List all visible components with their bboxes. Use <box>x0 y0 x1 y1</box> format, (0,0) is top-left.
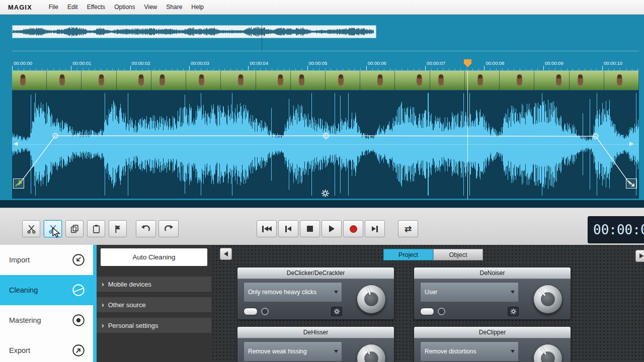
scroll-right-arrow[interactable]: ▶ <box>629 140 633 147</box>
cleaning-circle-icon <box>71 283 86 298</box>
sidebar-item-import[interactable]: Import <box>0 245 93 275</box>
cut-button[interactable] <box>22 220 40 237</box>
effect-body: Only remove heavy clicks <box>237 279 394 319</box>
video-thumbnail-strip[interactable] <box>12 70 639 90</box>
sidebar-item-mastering[interactable]: Mastering <box>0 305 93 335</box>
video-thumbnail[interactable] <box>151 71 186 90</box>
sidebar-item-export[interactable]: Export <box>0 335 93 362</box>
tab-object[interactable]: Object <box>433 249 483 260</box>
video-thumbnail[interactable] <box>360 71 395 90</box>
overview-waveform[interactable] <box>13 26 376 38</box>
tick-minor <box>395 68 396 70</box>
horizontal-scrollbar[interactable]: ◀ ▶ <box>0 200 644 208</box>
loop-button[interactable]: ⇄ <box>398 220 418 237</box>
effects-page-left-button[interactable] <box>220 248 232 260</box>
playhead-marker[interactable] <box>464 59 471 67</box>
settings-gear-button[interactable] <box>331 307 342 316</box>
paste-button[interactable] <box>87 220 105 237</box>
group-mobile-devices[interactable]: ›Mobile devices <box>97 277 211 292</box>
video-thumbnail[interactable] <box>465 71 500 90</box>
video-thumbnail[interactable] <box>291 71 326 90</box>
prev-button[interactable] <box>278 220 298 237</box>
tick-minor <box>313 68 313 70</box>
tick-minor <box>372 68 373 70</box>
effects-page-right-button[interactable] <box>635 250 644 262</box>
stop-button[interactable] <box>300 220 320 237</box>
fade-in-handle[interactable] <box>13 178 24 189</box>
person-figure <box>159 74 165 85</box>
menu-item-share[interactable]: Share <box>162 4 187 11</box>
menu-item-options[interactable]: Options <box>110 4 139 11</box>
video-thumbnail[interactable] <box>82 71 116 90</box>
settings-gear-button[interactable] <box>508 307 519 316</box>
video-thumbnail[interactable] <box>570 71 604 90</box>
group-other-source[interactable]: ›Other source <box>97 297 211 312</box>
tick-minor <box>189 68 190 70</box>
video-thumbnail[interactable] <box>395 71 430 90</box>
marker-button[interactable] <box>109 220 127 237</box>
skip-start-button[interactable] <box>257 220 277 237</box>
person-figure <box>377 74 383 85</box>
menu-item-help[interactable]: Help <box>187 4 208 11</box>
envelope-point[interactable] <box>593 134 598 139</box>
video-thumbnail[interactable] <box>47 71 82 90</box>
cleaning-panel: Auto Cleaning ›Mobile devices›Other sour… <box>97 245 211 362</box>
object-settings-gear-icon[interactable] <box>321 189 330 198</box>
sidebar-item-cleaning[interactable]: Cleaning <box>0 275 93 305</box>
effect-knob[interactable] <box>357 285 386 314</box>
tab-project[interactable]: Project <box>383 249 433 260</box>
overview-playhead-line <box>262 25 262 51</box>
preset-dropdown[interactable]: Only remove heavy clicks <box>244 282 342 302</box>
paste-icon <box>92 224 101 234</box>
skip-start-icon <box>262 226 264 232</box>
tick-minor <box>531 68 532 70</box>
effect-knob[interactable] <box>533 285 562 314</box>
tick-minor <box>201 68 201 70</box>
effect-knob[interactable] <box>533 344 562 362</box>
auto-cleaning-button[interactable]: Auto Cleaning <box>101 248 207 266</box>
video-thumbnail[interactable] <box>326 71 360 90</box>
tick-minor <box>401 68 402 70</box>
video-thumbnail[interactable] <box>117 71 151 90</box>
effect-knob[interactable] <box>357 344 386 362</box>
tick-minor <box>526 68 526 70</box>
power-toggle[interactable] <box>244 308 269 315</box>
envelope-point[interactable] <box>53 133 58 138</box>
volume-envelope[interactable] <box>12 90 639 199</box>
menu-item-view[interactable]: View <box>139 4 162 11</box>
tick-minor <box>224 68 225 70</box>
video-thumbnail[interactable] <box>221 71 256 90</box>
power-toggle[interactable] <box>420 308 445 315</box>
record-button[interactable] <box>343 220 363 237</box>
redo-button[interactable] <box>158 220 179 237</box>
video-thumbnail[interactable] <box>604 71 639 90</box>
tick-minor <box>366 68 367 70</box>
video-thumbnail[interactable] <box>500 71 534 90</box>
video-thumbnail[interactable] <box>430 71 465 90</box>
video-thumbnail[interactable] <box>12 71 47 90</box>
menu-item-file[interactable]: File <box>44 4 63 11</box>
menu-item-edit[interactable]: Edit <box>63 4 83 11</box>
fade-out-handle[interactable] <box>626 178 637 189</box>
play-button[interactable] <box>321 220 342 237</box>
preset-dropdown[interactable]: Remove distortions <box>420 341 519 361</box>
skip-end-button[interactable] <box>365 220 385 237</box>
effect-body: User <box>414 279 571 319</box>
copy-icon <box>70 224 79 234</box>
group-personal-settings[interactable]: ›Personal settings <box>97 318 211 333</box>
copy-button[interactable] <box>65 220 84 237</box>
tick-minor <box>148 68 148 70</box>
scroll-left-arrow[interactable]: ◀ <box>14 140 18 147</box>
preset-dropdown[interactable]: User <box>420 282 519 302</box>
undo-button[interactable] <box>136 220 156 237</box>
video-thumbnail[interactable] <box>186 71 221 90</box>
person-figure <box>238 74 244 85</box>
preset-dropdown[interactable]: Remove weak hissing <box>244 341 342 361</box>
preset-value: User <box>421 289 504 296</box>
tick-label: 00:00:04 <box>250 60 268 66</box>
overview-track[interactable] <box>12 25 376 38</box>
video-thumbnail[interactable] <box>534 71 569 90</box>
tick-minor <box>602 68 603 70</box>
video-thumbnail[interactable] <box>256 71 291 90</box>
menu-item-effects[interactable]: Effects <box>83 4 110 11</box>
